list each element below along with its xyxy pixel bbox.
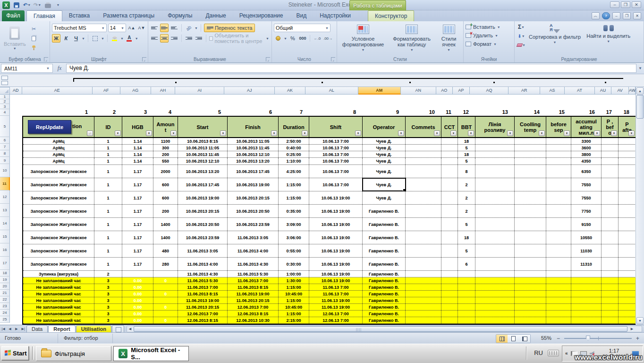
cell[interactable] — [406, 145, 441, 151]
column-header-AS[interactable]: AS — [540, 87, 565, 95]
cell[interactable] — [619, 178, 636, 191]
filter-dropdown-icon[interactable]: ▼ — [450, 130, 457, 136]
cell[interactable]: 11.06.2013 7:00 — [228, 277, 279, 284]
cell[interactable]: Не запланований час — [23, 304, 94, 310]
cell[interactable] — [619, 304, 636, 310]
table-header-BBT[interactable]: BBT▼ — [458, 117, 475, 137]
accounting-dropdown-icon[interactable]: ▼ — [284, 37, 287, 40]
column-header-AL[interactable]: AL — [305, 87, 358, 95]
cell[interactable]: 0.00 — [122, 277, 153, 284]
cell[interactable] — [441, 304, 458, 310]
cell[interactable] — [571, 304, 602, 310]
task-button-folder[interactable]: Фільтрація — [36, 346, 111, 361]
zoom-level[interactable]: 55% — [541, 335, 551, 341]
cell[interactable]: 11.06.13 19:00 — [309, 297, 363, 303]
cell[interactable] — [515, 231, 546, 244]
cell[interactable]: 2 — [94, 271, 122, 277]
cell[interactable] — [602, 145, 619, 151]
format-painter-button[interactable] — [30, 43, 38, 52]
cell[interactable]: 300 — [153, 145, 178, 151]
cell[interactable] — [406, 205, 441, 217]
cell[interactable]: 0:55:00 — [279, 244, 309, 257]
alignment-dialog-launcher[interactable]: ⌟ — [266, 57, 270, 61]
number-dialog-launcher[interactable]: ⌟ — [331, 57, 335, 61]
cell[interactable] — [602, 218, 619, 231]
column-header-AF[interactable]: AF — [93, 87, 120, 95]
cell[interactable]: 10.06.13 19:00 — [309, 231, 363, 244]
font-color-button[interactable]: А — [125, 34, 134, 43]
cell[interactable] — [602, 178, 619, 191]
cell[interactable]: Чуев Д. — [363, 138, 406, 144]
tray-expand-icon[interactable]: « — [565, 352, 568, 355]
column-header-AW[interactable]: AW — [629, 87, 636, 95]
cell[interactable] — [475, 244, 515, 257]
cell[interactable] — [546, 165, 571, 178]
cell[interactable]: Гавриленко В. — [363, 271, 406, 277]
tab-Надстройки[interactable]: Надстройки — [313, 10, 357, 21]
cell[interactable] — [406, 165, 441, 178]
cell[interactable]: 12.06.2013 7:00 — [228, 304, 279, 310]
cell[interactable] — [406, 158, 441, 164]
cell[interactable]: 10.06.13 7:00 — [309, 151, 363, 157]
cell[interactable]: 11.06.2013 8:15 — [178, 291, 228, 297]
align-middle-button[interactable] — [160, 24, 169, 32]
cell[interactable]: 3 — [94, 291, 122, 297]
row-header-12[interactable]: 12 — [0, 190, 10, 204]
cell[interactable]: 3 — [94, 277, 122, 284]
cell[interactable] — [475, 191, 515, 204]
cell[interactable]: 7550 — [571, 191, 602, 204]
cell[interactable]: 3:06:00 — [279, 231, 309, 244]
name-box[interactable]: AM11▼ — [1, 64, 53, 73]
row-header-18[interactable]: 18 — [0, 270, 10, 277]
cell[interactable] — [602, 205, 619, 217]
table-header-Coolling-temp[interactable]: Coolling temp▼ — [515, 117, 546, 137]
row-header-13[interactable]: 13 — [0, 204, 10, 217]
cell[interactable] — [475, 151, 515, 157]
cell[interactable] — [475, 158, 515, 164]
scroll-down-icon[interactable]: ▼ — [636, 317, 644, 324]
cell[interactable]: 10.06.2013 17:45 — [178, 178, 228, 191]
sheet-tab-Utilisation[interactable]: Utilisation — [76, 325, 111, 333]
cell[interactable] — [441, 284, 458, 290]
cell[interactable] — [602, 284, 619, 290]
insert-worksheet-tab[interactable] — [112, 325, 124, 333]
table-header-Duration[interactable]: Duration▼ — [279, 117, 309, 137]
find-select-button[interactable]: Найти и выделить ▼ — [584, 23, 633, 54]
tab-file[interactable]: Файл — [2, 10, 25, 21]
table-header-CCT[interactable]: CCT▼ — [441, 117, 458, 137]
cell[interactable]: 11.06.2013 7:00 — [178, 284, 228, 290]
column-header-AT[interactable]: AT — [565, 87, 594, 95]
cell[interactable] — [602, 297, 619, 303]
cell[interactable]: 200 — [153, 151, 178, 157]
cell[interactable]: 10.06.13 19:00 — [309, 258, 363, 270]
cell-styles-button[interactable]: Стили ячеек ▼ — [436, 23, 461, 54]
increase-indent-button[interactable] — [195, 34, 203, 43]
cell[interactable]: Запорожское Жигулевское — [23, 218, 94, 231]
cell[interactable] — [546, 277, 571, 284]
filter-dropdown-icon[interactable]: ▼ — [115, 130, 121, 136]
column-header-AN[interactable]: AN — [401, 87, 436, 95]
language-indicator[interactable]: RU — [534, 349, 543, 356]
cell[interactable]: Не запланований час — [23, 284, 94, 290]
table-header-Shift[interactable]: Shift▼ — [309, 117, 363, 137]
filter-dropdown-icon[interactable]: ▼ — [220, 130, 226, 136]
row-header-20[interactable]: 20 — [0, 283, 10, 290]
first-sheet-icon[interactable]: |◀ — [0, 326, 7, 332]
row-header-15[interactable]: 15 — [0, 230, 10, 243]
task-button-excel[interactable]: XMicrosoft Excel - S... — [113, 346, 189, 361]
cell[interactable] — [406, 244, 441, 257]
cell[interactable] — [406, 151, 441, 157]
cell[interactable] — [458, 271, 475, 277]
workbook-restore-button[interactable]: ❐ — [623, 12, 631, 19]
cell[interactable]: 10.06.2013 20:15 — [178, 205, 228, 217]
next-sheet-icon[interactable]: ▶ — [13, 326, 20, 332]
cell[interactable]: 2000 — [153, 165, 178, 178]
cell[interactable]: 4350 — [571, 158, 602, 164]
cell[interactable]: 5 — [458, 145, 475, 151]
cell[interactable] — [619, 138, 636, 144]
row-header-17[interactable]: 17 — [0, 257, 10, 270]
cell[interactable] — [546, 304, 571, 310]
number-format-combo[interactable]: Общий▼ — [274, 24, 330, 32]
row-header-10[interactable]: 10 — [0, 164, 10, 177]
cell[interactable] — [406, 178, 441, 191]
